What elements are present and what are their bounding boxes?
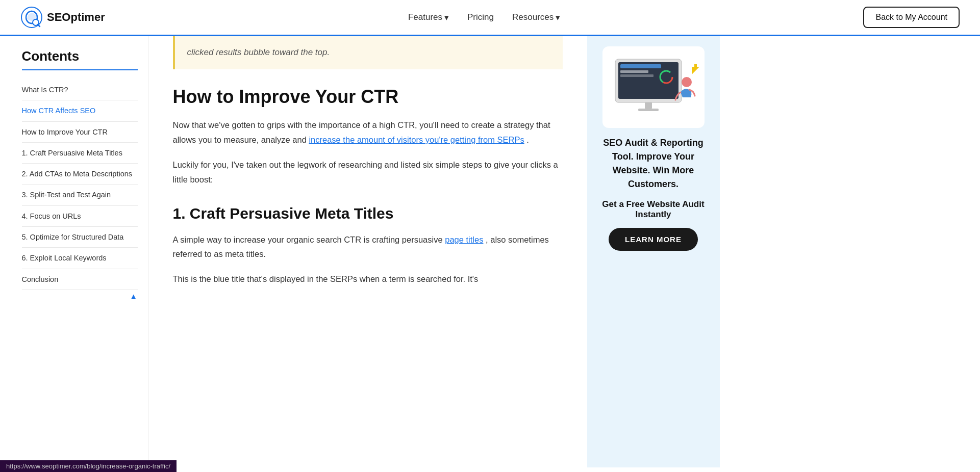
chevron-down-icon: ▾ [556, 12, 560, 23]
article-main-content: clicked results bubble toward the top. H… [148, 36, 587, 467]
toc-item-split-test[interactable]: 3. Split-Test and Test Again [22, 185, 138, 205]
quote-text: clicked results bubble toward the top. [187, 47, 330, 57]
subheading-craft-meta-titles: 1. Craft Persuasive Meta Titles [173, 203, 563, 223]
sidebar-scroll-down[interactable]: ▲ [22, 290, 138, 303]
svg-point-12 [682, 77, 692, 87]
paragraph-3: A simple way to increase your organic se… [173, 232, 563, 262]
nav-features-label: Features [408, 12, 442, 22]
svg-rect-6 [620, 70, 648, 73]
table-of-contents-sidebar: Contents What Is CTR? How CTR Affects SE… [6, 36, 148, 467]
paragraph-2: Luckily for you, I've taken out the legw… [173, 158, 563, 187]
quote-block: clicked results bubble toward the top. [173, 36, 563, 69]
svg-rect-7 [620, 74, 654, 77]
ad-main-text: SEO Audit & Reporting Tool. Improve Your… [595, 136, 712, 191]
back-to-account-button[interactable]: Back to My Account [863, 7, 960, 28]
serps-link[interactable]: increase the amount of visitors you're g… [309, 135, 524, 144]
logo-icon [20, 6, 43, 29]
toc-item-focus-urls[interactable]: 4. Focus on URLs [22, 206, 138, 227]
status-url: https://www.seoptimer.com/blog/increase-… [6, 462, 170, 467]
toc-item-structured-data[interactable]: 5. Optimize for Structured Data [22, 227, 138, 248]
para1-end: . [526, 135, 529, 144]
main-nav: Features ▾ Pricing Resources ▾ [408, 12, 560, 23]
toc-item-craft-meta-titles[interactable]: 1. Craft Persuasive Meta Titles [22, 143, 138, 164]
toc-item-what-is-ctr[interactable]: What Is CTR? [22, 80, 138, 100]
chevron-down-icon: ▾ [444, 12, 449, 23]
scroll-down-arrow-icon: ▲ [130, 292, 138, 301]
toc-item-how-to-improve[interactable]: How to Improve Your CTR [22, 122, 138, 143]
section-heading-improve-ctr: How to Improve Your CTR [173, 86, 563, 108]
nav-resources-label: Resources [512, 12, 554, 22]
nav-pricing-label: Pricing [467, 12, 494, 22]
toc-item-add-ctas[interactable]: 2. Add CTAs to Meta Descriptions [22, 164, 138, 185]
para3-start: A simple way to increase your organic se… [173, 235, 443, 244]
logo-area[interactable]: SEOptimer [20, 6, 105, 29]
nav-resources[interactable]: Resources ▾ [512, 12, 560, 23]
ad-illustration [602, 46, 705, 128]
browser-status-bar: https://www.seoptimer.com/blog/increase-… [0, 460, 177, 467]
page-body: Contents What Is CTR? How CTR Affects SE… [6, 36, 975, 467]
learn-more-button[interactable]: LEARN MORE [609, 228, 698, 251]
paragraph-4: This is the blue title that's displayed … [173, 272, 563, 286]
svg-rect-10 [645, 102, 652, 109]
svg-line-2 [38, 24, 40, 27]
ad-illustration-svg [605, 49, 702, 125]
page-titles-link[interactable]: page titles [445, 235, 483, 244]
toc-list: What Is CTR? How CTR Affects SEO How to … [22, 80, 138, 290]
ad-sub-text: Get a Free Website Audit Instantly [595, 199, 712, 220]
nav-pricing[interactable]: Pricing [467, 12, 494, 22]
nav-features[interactable]: Features ▾ [408, 12, 449, 23]
toc-item-exploit-local[interactable]: 6. Exploit Local Keywords [22, 248, 138, 269]
site-header: SEOptimer Features ▾ Pricing Resources ▾… [0, 0, 980, 36]
paragraph-1: Now that we've gotten to grips with the … [173, 118, 563, 147]
logo-text: SEOptimer [47, 11, 105, 24]
toc-item-conclusion[interactable]: Conclusion [22, 269, 138, 290]
toc-item-how-ctr-affects-seo[interactable]: How CTR Affects SEO [22, 100, 138, 121]
sidebar-title: Contents [22, 48, 138, 70]
svg-rect-5 [620, 64, 661, 68]
svg-rect-11 [638, 109, 659, 111]
ad-sidebar: SEO Audit & Reporting Tool. Improve Your… [587, 36, 720, 467]
